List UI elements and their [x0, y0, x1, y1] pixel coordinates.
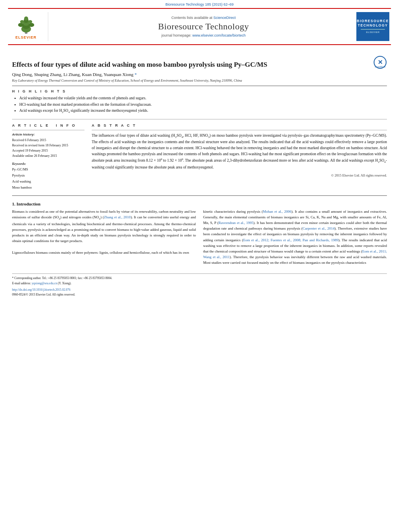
available-online-date: Available online 26 February 2015 [12, 153, 84, 158]
corresponding-author-note: * Corresponding author. Tel.: +86 25 837… [12, 276, 387, 281]
ref-eom2011[interactable]: Eom et al., 2011; Wang et al., 2011 [203, 249, 387, 259]
highlight-item-2: HCl-washing had the most marked promotio… [19, 102, 387, 108]
article-history-label: Article history: [12, 133, 84, 136]
elsevier-logo: ELSEVIER [8, 12, 48, 41]
keyword-3: Acid washing [12, 179, 84, 185]
contents-available-text: Contents lists available at ScienceDirec… [52, 16, 355, 20]
introduction-right-col: kinetic characteristics during pyrolysis… [203, 209, 387, 265]
svg-point-8 [20, 20, 24, 23]
section-number: 1. Introduction [12, 201, 41, 206]
ref-mohan2006[interactable]: Mohan et al., 2006 [263, 210, 292, 214]
journal-title: Bioresource Technology [52, 21, 355, 32]
svg-point-5 [24, 16, 28, 21]
bioresource-logo-box: BIORESOURCE TECHNOLOGY ELSEVIER [356, 12, 389, 41]
divider-article-info [12, 130, 84, 130]
journal-citation: Bioresource Technology 185 (2015) 62–69 [165, 2, 233, 6]
top-citation-bar: Bioresource Technology 185 (2015) 62–69 [0, 0, 399, 8]
elsevier-brand-text: ELSEVIER [15, 35, 37, 39]
abstract-text: The influences of four types of dilute a… [92, 133, 387, 170]
doi-line: http://dx.doi.org/10.1016/j.biortech.201… [12, 288, 387, 292]
keywords-label: Keywords: [12, 162, 84, 166]
keyword-4: Moso bamboo [12, 185, 84, 191]
svg-text:CrossMark: CrossMark [375, 66, 386, 68]
ref-eom2012[interactable]: Eom et al., 2012; Fuentes et al., 2008; … [243, 238, 338, 242]
article-info-abstract-row: A R T I C L E I N F O Article history: R… [12, 123, 387, 191]
abstract-section-label: A B S T R A C T [92, 123, 387, 127]
journal-header: ELSEVIER Contents lists available at Sci… [8, 8, 391, 45]
sciencedirect-link[interactable]: ScienceDirect [214, 16, 236, 20]
article-info-section-label: A R T I C L E I N F O [12, 123, 84, 127]
abstract-col: A B S T R A C T The influences of four t… [92, 123, 387, 191]
divider-after-highlights [12, 119, 387, 119]
highlights-label: H I G H L I G H T S [12, 89, 387, 93]
article-body: Effects of four types of dilute acid was… [0, 45, 399, 302]
highlight-item-1: Acid washings increased the volatile yie… [19, 95, 387, 102]
ref-raveendran1995[interactable]: Raveendran et al., 1995 [218, 221, 253, 225]
doi-link[interactable]: http://dx.doi.org/10.1016/j.biortech.201… [12, 288, 70, 292]
highlight-item-3: Acid washings except for H2SO4 significa… [19, 108, 387, 115]
introduction-left-col: Biomass is considered as one of the pote… [12, 209, 196, 265]
divider-after-abstract [12, 195, 387, 196]
authors-text: Qing Dong, Shuping Zhang, Li Zhang, Kuan… [12, 72, 137, 77]
highlights-section: H I G H L I G H T S Acid washings increa… [12, 89, 387, 115]
email-link[interactable]: yqxiong@seu.edu.cn [32, 281, 57, 285]
footnote-area: * Corresponding author. Tel.: +86 25 837… [12, 273, 387, 298]
crossmark-icon: ✕ CrossMark [373, 55, 387, 69]
received-revised-date: Received in revised form 18 February 201… [12, 143, 84, 148]
divider-after-affiliation [12, 86, 387, 86]
article-title: Effects of four types of dilute acid was… [12, 60, 368, 70]
authors-line: Qing Dong, Shuping Zhang, Li Zhang, Kuan… [12, 72, 387, 77]
ref-carpenter2014[interactable]: Carpenter et al., 2014 [302, 226, 335, 230]
introduction-body: Biomass is considered as one of the pote… [12, 209, 387, 265]
svg-point-7 [29, 23, 34, 27]
bioresource-logo-text-2: TECHNOLOGY [358, 23, 388, 28]
copyright-text: © 2015 Elsevier Ltd. All rights reserved… [92, 173, 387, 177]
keyword-2: Pyrolysis [12, 173, 84, 179]
introduction-title: 1. Introduction [12, 201, 387, 206]
article-info-col: A R T I C L E I N F O Article history: R… [12, 123, 84, 191]
accepted-date: Accepted 19 February 2015 [12, 148, 84, 153]
email-note: E-mail address: yqxiong@seu.edu.cn (Y. X… [12, 281, 387, 286]
page: Bioresource Technology 185 (2015) 62–69 … [0, 0, 399, 302]
received-date: Received 6 February 2015 [12, 138, 84, 143]
keyword-1: Py–GC/MS [12, 166, 84, 173]
issn-line: 0960-8524/© 2015 Elsevier Ltd. All right… [12, 292, 387, 297]
elsevier-tree-icon [14, 14, 38, 35]
highlights-list: Acid washings increased the volatile yie… [12, 95, 387, 115]
journal-homepage-line: journal homepage: www.elsevier.com/locat… [52, 33, 355, 37]
article-history-table: Received 6 February 2015 Received in rev… [12, 138, 84, 159]
affiliation-text: Key Laboratory of Energy Thermal Convers… [12, 78, 387, 82]
bioresource-logo: BIORESOURCE TECHNOLOGY ELSEVIER [355, 12, 391, 41]
svg-text:✕: ✕ [378, 59, 383, 66]
crossmark-badge[interactable]: ✕ CrossMark [373, 55, 387, 70]
journal-center-header: Contents lists available at ScienceDirec… [52, 12, 355, 41]
divider-abstract [92, 130, 387, 130]
ref-zhang2010[interactable]: Zhang et al., 2010 [104, 215, 131, 219]
svg-point-9 [28, 20, 32, 23]
keywords-list: Py–GC/MS Pyrolysis Acid washing Moso bam… [12, 166, 84, 191]
svg-point-6 [18, 23, 24, 27]
introduction-section: 1. Introduction Biomass is considered as… [12, 201, 387, 265]
journal-homepage-link[interactable]: www.elsevier.com/locate/biortech [192, 33, 246, 37]
bioresource-logo-text-1: BIORESOURCE [357, 19, 389, 23]
